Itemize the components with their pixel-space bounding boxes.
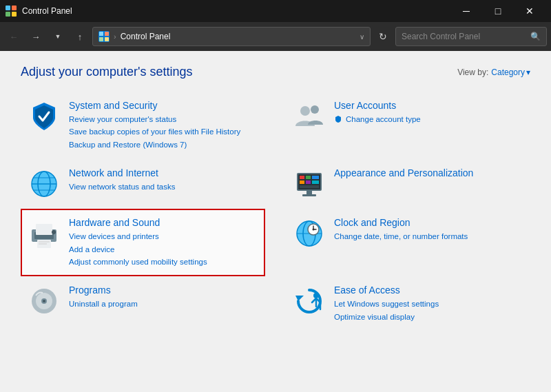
- programs-text: Programs Uninstall a program: [69, 285, 258, 310]
- window-controls: ─ □ ✕: [450, 0, 545, 22]
- app-icon: [6, 6, 17, 17]
- hardware-sound-link-2[interactable]: Add a device: [69, 243, 258, 256]
- appearance-text: Appearance and Personalization: [334, 167, 523, 180]
- view-by-label: View by:: [457, 68, 488, 77]
- clock-region-text: Clock and Region Change date, time, or n…: [334, 217, 523, 243]
- system-security-link-1[interactable]: Review your computer's status: [69, 113, 258, 125]
- ease-access-link-2[interactable]: Optimize visual display: [334, 311, 523, 323]
- svg-rect-24: [306, 191, 312, 194]
- svg-rect-23: [300, 185, 319, 188]
- user-accounts-text: User Accounts Change account type: [334, 100, 523, 125]
- svg-rect-20: [300, 180, 304, 184]
- category-clock-region[interactable]: Clock and Region Change date, time, or n…: [286, 209, 530, 276]
- system-security-link-3[interactable]: Backup and Restore (Windows 7): [69, 138, 258, 151]
- network-internet-icon: [28, 167, 61, 200]
- refresh-button[interactable]: ↻: [373, 27, 393, 46]
- hardware-sound-text: Hardware and Sound View devices and prin…: [69, 217, 258, 268]
- category-user-accounts[interactable]: User Accounts Change account type: [286, 92, 530, 159]
- svg-rect-18: [306, 176, 311, 179]
- page-title: Adjust your computer's settings: [21, 65, 193, 79]
- minimize-button[interactable]: ─: [450, 0, 482, 22]
- user-accounts-name[interactable]: User Accounts: [334, 100, 523, 111]
- ease-access-icon: [293, 285, 326, 318]
- close-button[interactable]: ✕: [514, 0, 545, 22]
- svg-rect-17: [300, 176, 304, 179]
- hardware-sound-link-1[interactable]: View devices and printers: [69, 230, 258, 243]
- network-internet-name[interactable]: Network and Internet: [69, 167, 258, 178]
- svg-rect-6: [99, 37, 103, 41]
- svg-point-39: [313, 229, 315, 231]
- hardware-sound-icon: [28, 217, 61, 250]
- search-input[interactable]: [402, 32, 526, 41]
- svg-point-8: [300, 106, 310, 116]
- network-internet-link-1[interactable]: View network status and tasks: [69, 180, 258, 193]
- svg-rect-2: [6, 12, 10, 17]
- svg-rect-0: [6, 6, 10, 10]
- svg-point-9: [311, 105, 319, 114]
- categories-grid: System and Security Review your computer…: [21, 92, 530, 331]
- address-bar[interactable]: › Control Panel ∨: [92, 27, 371, 46]
- category-system-security[interactable]: System and Security Review your computer…: [21, 92, 265, 159]
- main-content: Adjust your computer's settings View by:…: [0, 51, 551, 392]
- view-by-dropdown[interactable]: Category ▾: [491, 68, 530, 77]
- dropdown-arrow[interactable]: ∨: [360, 33, 364, 41]
- svg-rect-22: [312, 180, 319, 184]
- breadcrumb-sep: ›: [114, 32, 116, 41]
- svg-rect-3: [12, 12, 17, 17]
- ease-access-link-1[interactable]: Let Windows suggest settings: [334, 298, 523, 310]
- back-button[interactable]: ←: [4, 27, 23, 46]
- search-icon[interactable]: 🔍: [530, 32, 541, 41]
- content-header: Adjust your computer's settings View by:…: [21, 65, 530, 79]
- svg-rect-21: [306, 180, 311, 184]
- clock-region-icon: [293, 217, 326, 250]
- svg-rect-28: [36, 224, 52, 235]
- search-bar[interactable]: 🔍: [395, 27, 547, 46]
- svg-rect-19: [312, 176, 319, 179]
- system-security-icon: [28, 100, 61, 133]
- category-hardware-sound[interactable]: Hardware and Sound View devices and prin…: [21, 209, 265, 276]
- category-ease-access[interactable]: Ease of Access Let Windows suggest setti…: [286, 276, 530, 331]
- category-programs[interactable]: Programs Uninstall a program: [21, 276, 265, 331]
- hardware-sound-name[interactable]: Hardware and Sound: [69, 217, 258, 228]
- user-accounts-link-1[interactable]: Change account type: [334, 113, 421, 125]
- breadcrumb-text: Control Panel: [121, 32, 171, 41]
- svg-point-43: [43, 300, 45, 302]
- maximize-button[interactable]: □: [482, 0, 514, 22]
- address-bar-icon: [98, 31, 110, 42]
- toolbar: ← → ▼ ↑ › Control Panel ∨ ↻ 🔍: [0, 22, 551, 51]
- view-by-arrow: ▾: [526, 68, 530, 77]
- clock-region-name[interactable]: Clock and Region: [334, 217, 523, 228]
- hardware-sound-link-3[interactable]: Adjust commonly used mobility settings: [69, 256, 258, 268]
- forward-button[interactable]: →: [26, 27, 45, 46]
- ease-access-text: Ease of Access Let Windows suggest setti…: [334, 285, 523, 323]
- view-by-control: View by: Category ▾: [457, 68, 530, 77]
- clock-region-link-1[interactable]: Change date, time, or number formats: [334, 230, 523, 243]
- system-security-text: System and Security Review your computer…: [69, 100, 258, 151]
- category-appearance[interactable]: Appearance and Personalization: [286, 159, 530, 209]
- svg-marker-44: [295, 296, 304, 301]
- svg-point-32: [52, 230, 56, 234]
- svg-rect-5: [105, 32, 109, 36]
- user-accounts-icon: [293, 100, 326, 133]
- system-security-name[interactable]: System and Security: [69, 100, 258, 111]
- svg-rect-7: [105, 37, 109, 41]
- appearance-name[interactable]: Appearance and Personalization: [334, 167, 523, 178]
- appearance-icon: [293, 167, 326, 200]
- svg-rect-1: [12, 6, 17, 10]
- window-title: Control Panel: [22, 6, 445, 16]
- svg-rect-25: [302, 194, 316, 196]
- programs-icon: [28, 285, 61, 318]
- svg-rect-4: [99, 32, 103, 36]
- programs-name[interactable]: Programs: [69, 285, 258, 296]
- recent-locations-button[interactable]: ▼: [48, 27, 67, 46]
- network-internet-text: Network and Internet View network status…: [69, 167, 258, 193]
- up-button[interactable]: ↑: [70, 27, 90, 46]
- ease-access-name[interactable]: Ease of Access: [334, 285, 523, 296]
- category-network-internet[interactable]: Network and Internet View network status…: [21, 159, 265, 209]
- view-by-value-text: Category: [491, 68, 525, 77]
- title-bar: Control Panel ─ □ ✕: [0, 0, 551, 22]
- system-security-link-2[interactable]: Save backup copies of your files with Fi…: [69, 125, 258, 138]
- programs-link-1[interactable]: Uninstall a program: [69, 298, 258, 310]
